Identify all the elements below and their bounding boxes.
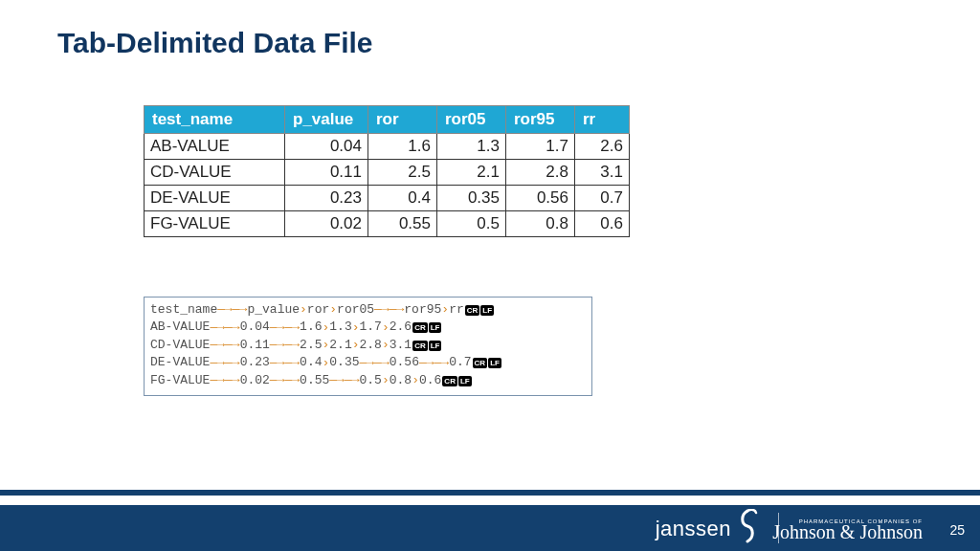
cell-test-name: DE-VALUE bbox=[145, 186, 285, 211]
tab-arrow-icon: —→—→ bbox=[210, 355, 239, 372]
logo-jnj-text: Johnson & Johnson bbox=[772, 521, 923, 543]
raw-line: test_name—→—→p_value›ror›ror05—→—→ror95›… bbox=[150, 301, 586, 319]
tab-arrow-icon: —→—→ bbox=[374, 301, 404, 319]
raw-field: 2.5 bbox=[300, 338, 322, 352]
raw-field: 1.3 bbox=[329, 320, 351, 335]
cell-ror95: 0.8 bbox=[506, 211, 575, 237]
raw-field: 0.04 bbox=[240, 320, 270, 335]
cell-test-name: FG-VALUE bbox=[145, 211, 285, 237]
tab-arrow-icon: —→—→ bbox=[217, 301, 247, 319]
table-row: FG-VALUE0.020.550.50.80.6 bbox=[145, 211, 630, 237]
raw-field: 2.8 bbox=[360, 338, 382, 352]
raw-field: CD-VALUE bbox=[150, 338, 210, 352]
tab-arrow-icon: —→—→ bbox=[329, 372, 359, 389]
raw-field: DE-VALUE bbox=[150, 356, 210, 370]
raw-field: 1.7 bbox=[360, 320, 382, 335]
tab-arrow-icon: › bbox=[412, 372, 419, 389]
raw-field: 0.23 bbox=[240, 356, 270, 370]
tab-arrow-icon: › bbox=[300, 301, 307, 319]
cell-ror05: 0.35 bbox=[437, 186, 506, 211]
tab-arrow-icon: —→—→ bbox=[360, 355, 390, 372]
cell-p-value: 0.11 bbox=[285, 160, 368, 186]
raw-field: test_name bbox=[150, 302, 217, 317]
tab-arrow-icon: —→—→ bbox=[210, 320, 239, 337]
crlf-icon: CRLF bbox=[412, 337, 442, 354]
cell-ror: 0.55 bbox=[368, 211, 437, 237]
cell-rr: 0.6 bbox=[575, 211, 630, 237]
page-title: Tab-Delimited Data File bbox=[57, 27, 373, 59]
raw-field: AB-VALUE bbox=[150, 320, 210, 335]
raw-field: ror05 bbox=[337, 302, 374, 317]
cell-ror05: 1.3 bbox=[437, 134, 506, 160]
cell-p-value: 0.04 bbox=[285, 134, 368, 160]
tab-arrow-icon: —→—→ bbox=[270, 337, 300, 354]
raw-line: AB-VALUE—→—→0.04—→—→1.6›1.3›1.7›2.6CRLF bbox=[150, 319, 586, 336]
raw-field: 0.5 bbox=[360, 373, 382, 387]
table-row: DE-VALUE0.230.40.350.560.7 bbox=[145, 186, 630, 211]
tab-arrow-icon: —→—→ bbox=[270, 355, 300, 372]
crlf-icon: CRLF bbox=[412, 319, 442, 336]
cell-p-value: 0.23 bbox=[285, 186, 368, 211]
raw-field: ror bbox=[307, 302, 329, 317]
raw-field: 3.1 bbox=[390, 338, 412, 352]
cell-ror95: 0.56 bbox=[506, 186, 575, 211]
raw-field: 0.6 bbox=[419, 373, 441, 387]
cell-ror: 0.4 bbox=[368, 186, 437, 211]
th-test-name: test_name bbox=[145, 106, 285, 134]
tab-arrow-icon: —→—→ bbox=[270, 372, 300, 389]
cell-rr: 0.7 bbox=[575, 186, 630, 211]
th-ror05: ror05 bbox=[437, 106, 506, 134]
raw-line: CD-VALUE—→—→0.11—→—→2.5›2.1›2.8›3.1CRLF bbox=[150, 337, 586, 354]
cell-ror: 1.6 bbox=[368, 134, 437, 160]
table-row: CD-VALUE0.112.52.12.83.1 bbox=[145, 160, 630, 186]
th-ror: ror bbox=[368, 106, 437, 134]
raw-text-view: test_name—→—→p_value›ror›ror05—→—→ror95›… bbox=[144, 297, 592, 396]
raw-field: 1.6 bbox=[300, 320, 322, 335]
raw-line: FG-VALUE—→—→0.02—→—→0.55—→—→0.5›0.8›0.6C… bbox=[150, 372, 586, 389]
cell-test-name: AB-VALUE bbox=[145, 134, 285, 160]
raw-field: ror95 bbox=[404, 302, 441, 317]
raw-field: 2.6 bbox=[390, 320, 412, 335]
tab-arrow-icon: —→—→ bbox=[210, 337, 239, 354]
raw-field: 0.8 bbox=[390, 373, 412, 387]
tab-arrow-icon: —→—→ bbox=[270, 320, 300, 337]
data-table: test_name p_value ror ror05 ror95 rr AB-… bbox=[144, 105, 630, 237]
raw-field: 0.7 bbox=[449, 356, 471, 370]
footer: janssen PHARMACEUTICAL COMPANIES OF John… bbox=[0, 484, 980, 551]
tab-arrow-icon: › bbox=[382, 372, 390, 389]
tab-arrow-icon: › bbox=[382, 337, 390, 354]
crlf-icon: CRLF bbox=[442, 372, 472, 389]
raw-field: FG-VALUE bbox=[150, 373, 210, 387]
cell-ror05: 2.1 bbox=[437, 160, 506, 186]
cell-rr: 3.1 bbox=[575, 160, 630, 186]
cell-rr: 2.6 bbox=[575, 134, 630, 160]
raw-field: 0.02 bbox=[240, 373, 270, 387]
table-row: AB-VALUE0.041.61.31.72.6 bbox=[145, 134, 630, 160]
cell-ror05: 0.5 bbox=[437, 211, 506, 237]
raw-field: 0.11 bbox=[240, 338, 270, 352]
cell-p-value: 0.02 bbox=[285, 211, 368, 237]
th-rr: rr bbox=[575, 106, 630, 134]
cell-ror95: 1.7 bbox=[506, 134, 575, 160]
page-number: 25 bbox=[949, 522, 965, 538]
crlf-icon: CRLF bbox=[473, 354, 502, 371]
tab-arrow-icon: › bbox=[352, 320, 360, 337]
cell-ror: 2.5 bbox=[368, 160, 437, 186]
raw-field: 0.55 bbox=[300, 373, 329, 387]
logo-janssen-text: janssen bbox=[656, 517, 731, 541]
table-header-row: test_name p_value ror ror05 ror95 rr bbox=[145, 106, 630, 134]
tab-arrow-icon: › bbox=[441, 301, 449, 319]
crlf-icon: CRLF bbox=[465, 301, 495, 319]
tab-arrow-icon: —→—→ bbox=[210, 372, 239, 389]
raw-field: 2.1 bbox=[329, 338, 351, 352]
raw-field: p_value bbox=[247, 302, 300, 317]
raw-field: 0.35 bbox=[329, 356, 359, 370]
tab-arrow-icon: › bbox=[329, 301, 337, 319]
th-p-value: p_value bbox=[285, 106, 368, 134]
raw-field: 0.4 bbox=[300, 356, 322, 370]
tab-arrow-icon: —→—→ bbox=[419, 355, 449, 372]
raw-field: rr bbox=[449, 302, 464, 317]
raw-line: DE-VALUE—→—→0.23—→—→0.4›0.35—→—→0.56—→—→… bbox=[150, 354, 586, 371]
cell-ror95: 2.8 bbox=[506, 160, 575, 186]
tab-arrow-icon: › bbox=[382, 320, 390, 337]
